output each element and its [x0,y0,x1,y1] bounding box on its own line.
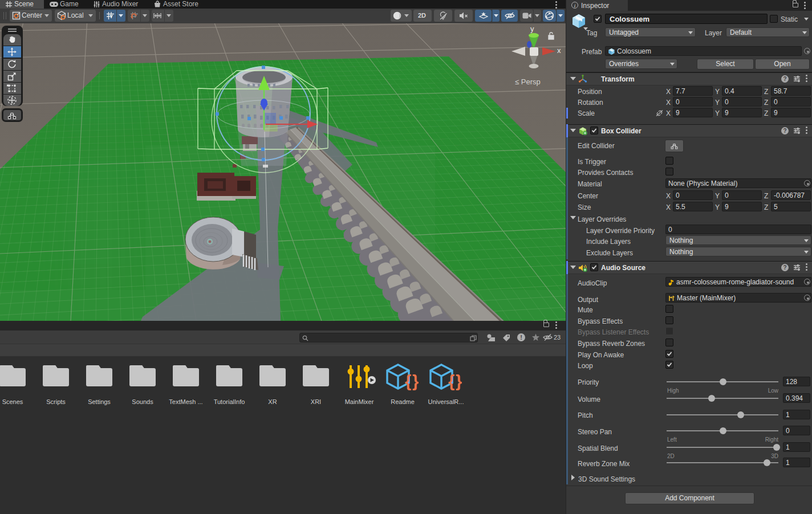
svg-text:{: { [448,372,454,390]
svg-text:}: } [412,372,419,390]
svg-text:{: { [405,372,411,390]
svg-text:y: y [530,25,534,33]
svg-text:x: x [557,46,561,55]
svg-text:≤ Persp: ≤ Persp [515,77,541,86]
svg-text:}: } [456,372,462,390]
